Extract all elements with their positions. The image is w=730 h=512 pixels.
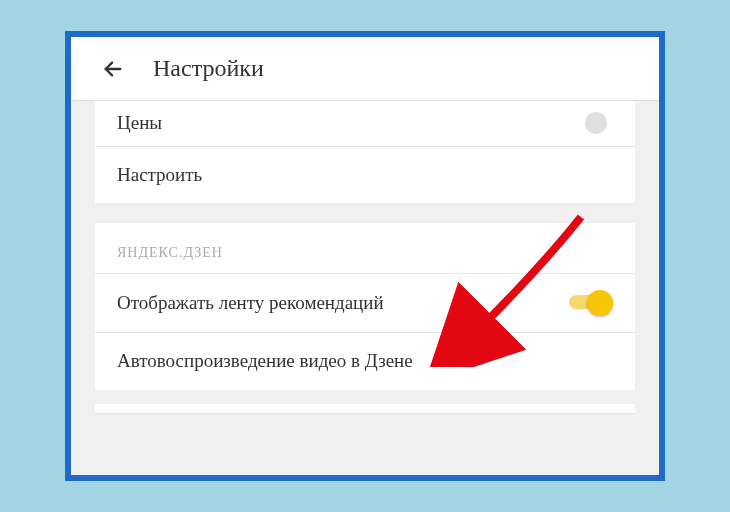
app-frame: Настройки Цены Настроить ЯНДЕКС.ДЗЕН Ото… <box>65 31 665 481</box>
row-label: Автовоспроизведение видео в Дзене <box>117 349 413 374</box>
section-gap <box>71 203 659 223</box>
row-prices[interactable]: Цены <box>95 101 635 147</box>
section-top: Цены Настроить <box>95 101 635 203</box>
toggle-off-icon[interactable] <box>585 112 607 134</box>
row-show-feed[interactable]: Отображать ленту рекомендаций <box>95 274 635 333</box>
toggle-thumb <box>587 290 613 316</box>
section-peek <box>95 404 635 414</box>
section-gap <box>71 390 659 404</box>
section-zen: ЯНДЕКС.ДЗЕН Отображать ленту рекомендаци… <box>95 223 635 390</box>
header-bar: Настройки <box>71 37 659 101</box>
content-area: Цены Настроить ЯНДЕКС.ДЗЕН Отображать ле… <box>71 101 659 475</box>
row-autoplay[interactable]: Автовоспроизведение видео в Дзене <box>95 333 635 390</box>
row-label: Настроить <box>117 163 202 188</box>
back-arrow-icon[interactable] <box>101 57 125 81</box>
section-header-label: ЯНДЕКС.ДЗЕН <box>117 245 223 260</box>
row-label: Отображать ленту рекомендаций <box>117 291 384 316</box>
page-title: Настройки <box>153 55 264 82</box>
row-configure[interactable]: Настроить <box>95 147 635 204</box>
row-label: Цены <box>117 111 162 136</box>
toggle-show-feed[interactable] <box>569 290 613 316</box>
section-header: ЯНДЕКС.ДЗЕН <box>95 223 635 274</box>
